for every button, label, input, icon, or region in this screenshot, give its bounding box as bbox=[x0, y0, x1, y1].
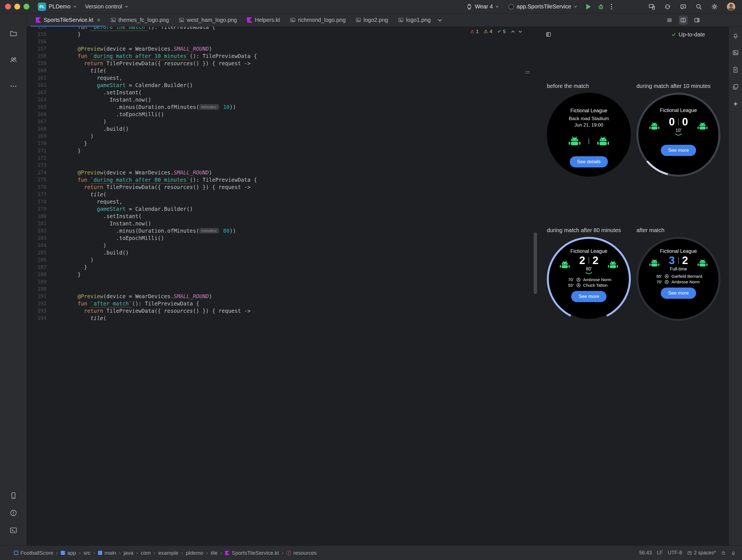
problems-tool-button[interactable] bbox=[7, 507, 19, 519]
breadcrumb-item[interactable]: java bbox=[123, 550, 133, 556]
code-text bbox=[47, 278, 77, 285]
code-line: 185 .build() bbox=[27, 249, 538, 256]
project-selector[interactable]: PL PLDemo bbox=[38, 3, 77, 11]
readonly-toggle[interactable] bbox=[721, 551, 726, 555]
tile-preview: during match after 10 minutesFictional L… bbox=[636, 83, 721, 177]
see-details-button[interactable]: See details bbox=[570, 156, 608, 167]
debug-button[interactable] bbox=[597, 3, 604, 10]
warning-count[interactable]: ⚠4 bbox=[484, 29, 492, 35]
error-count[interactable]: ⚠1 bbox=[470, 29, 479, 35]
line-number: 172 bbox=[27, 154, 47, 162]
tile-league: Fictional League bbox=[570, 108, 607, 114]
ai-assistant-button[interactable] bbox=[680, 3, 687, 10]
breadcrumb-item[interactable]: com bbox=[141, 550, 151, 556]
score-numbers: 00 bbox=[669, 116, 688, 128]
android-icon bbox=[559, 260, 571, 270]
tab-Helpers.kt[interactable]: Helpers.kt bbox=[242, 13, 285, 27]
breadcrumb-item[interactable]: fresources bbox=[286, 550, 317, 556]
see-more-button[interactable]: See more bbox=[571, 291, 606, 302]
vcs-selector[interactable]: Version control bbox=[85, 3, 128, 10]
layout-inspector-button[interactable] bbox=[730, 64, 741, 75]
device-selector[interactable]: Wear 4 bbox=[466, 3, 499, 10]
goal-scorer: Ambrose Norm bbox=[583, 277, 612, 282]
prev-inspection-button[interactable] bbox=[511, 30, 515, 34]
editor-list-button[interactable] bbox=[667, 17, 673, 23]
code-text bbox=[47, 154, 77, 162]
code-text: } bbox=[47, 147, 81, 154]
tab-themes_fc_logo.png[interactable]: themes_fc_logo.png bbox=[106, 13, 174, 27]
line-number: 176 bbox=[27, 184, 47, 191]
vcs-label: Version control bbox=[85, 3, 122, 10]
editor-layout-button[interactable] bbox=[694, 17, 700, 23]
status-notifications-button[interactable] bbox=[731, 551, 736, 556]
line-number: 187 bbox=[27, 263, 47, 271]
breadcrumb-label: resources bbox=[294, 550, 317, 556]
breadcrumb-item[interactable]: SportsTileService.kt bbox=[225, 550, 279, 556]
code-line: 181 Instant.now() bbox=[27, 220, 538, 227]
collaboration-tool-button[interactable] bbox=[7, 54, 19, 66]
breadcrumb-item[interactable]: pldemo bbox=[186, 550, 203, 556]
preview-layout-button[interactable] bbox=[546, 32, 551, 37]
breadcrumb-item[interactable]: src bbox=[84, 550, 91, 556]
code-text: .toEpochMilli() bbox=[47, 234, 164, 242]
zoom-window-button[interactable] bbox=[23, 4, 30, 9]
floating-toolbar-handle[interactable] bbox=[525, 71, 530, 73]
close-tab-icon[interactable]: × bbox=[97, 17, 101, 23]
gear-icon bbox=[711, 3, 718, 10]
line-separator[interactable]: LF bbox=[657, 550, 663, 556]
device-mirroring-button[interactable] bbox=[648, 3, 655, 10]
tab-richmond_logo.png[interactable]: richmond_logo.png bbox=[285, 13, 351, 27]
settings-button[interactable] bbox=[711, 3, 718, 10]
app-insights-button[interactable] bbox=[730, 82, 741, 92]
minimize-window-button[interactable] bbox=[14, 4, 20, 9]
code-text: fun `before the match`(): TilePreviewDat… bbox=[47, 27, 215, 31]
kotlin-file-icon bbox=[225, 551, 229, 555]
indent-style-button[interactable]: 2 spaces* bbox=[687, 550, 716, 556]
see-more-button[interactable]: See more bbox=[661, 288, 696, 299]
android-icon bbox=[648, 121, 660, 131]
caret-position[interactable]: 56:43 bbox=[639, 550, 652, 556]
breadcrumb-item[interactable]: FootballScore bbox=[14, 550, 53, 556]
passed-count[interactable]: ✔5 bbox=[497, 29, 506, 35]
device-manager-tool-button[interactable] bbox=[7, 490, 19, 502]
score-row: 0010' bbox=[648, 116, 709, 136]
breadcrumb-label: src bbox=[84, 550, 91, 556]
score-away: 2 bbox=[592, 255, 598, 266]
image-file-icon bbox=[111, 17, 116, 23]
code-editor[interactable]: 154fun `before the match`(): TilePreview… bbox=[27, 27, 538, 546]
close-window-button[interactable] bbox=[5, 4, 11, 9]
sync-project-button[interactable] bbox=[664, 3, 671, 10]
resource-manager-button[interactable] bbox=[730, 47, 741, 58]
notifications-button[interactable] bbox=[730, 30, 741, 41]
breadcrumb-item[interactable]: main bbox=[98, 550, 116, 556]
run-configuration-selector[interactable]: app.SportsTileService bbox=[509, 3, 577, 10]
run-button[interactable] bbox=[586, 4, 591, 9]
tab-logo1.png[interactable]: logo1.png bbox=[393, 13, 436, 27]
editor-scrollbar[interactable] bbox=[534, 233, 537, 294]
tab-logo2.png[interactable]: logo2.png bbox=[351, 13, 393, 27]
next-inspection-button[interactable] bbox=[518, 30, 523, 34]
user-avatar[interactable] bbox=[727, 3, 735, 11]
tab-SportsTileService.kt[interactable]: SportsTileService.kt× bbox=[31, 13, 106, 27]
breadcrumb-item[interactable]: app bbox=[61, 550, 76, 556]
line-number: 168 bbox=[27, 125, 47, 133]
search-button[interactable] bbox=[695, 3, 702, 10]
code-line: 159 return TilePreviewData({ resources()… bbox=[27, 60, 538, 67]
team-divider bbox=[589, 139, 589, 144]
see-more-button[interactable]: See more bbox=[661, 145, 696, 156]
split-editor-button[interactable] bbox=[679, 16, 688, 24]
tab-west_ham_logo.png[interactable]: west_ham_logo.png bbox=[174, 13, 242, 27]
breadcrumb-label: FootballScore bbox=[20, 550, 53, 556]
more-actions-button[interactable] bbox=[611, 4, 612, 9]
kotlin-file-icon bbox=[36, 17, 41, 23]
more-tool-windows-button[interactable] bbox=[7, 80, 19, 92]
project-tool-button[interactable] bbox=[7, 28, 19, 40]
file-encoding[interactable]: UTF-8 bbox=[668, 550, 682, 556]
hidden-tabs-chevron[interactable] bbox=[437, 13, 442, 27]
gemini-button[interactable] bbox=[730, 99, 741, 109]
breadcrumb-item[interactable]: example bbox=[158, 550, 178, 556]
terminal-tool-button[interactable] bbox=[7, 524, 19, 537]
football-icon bbox=[665, 274, 669, 278]
module-icon bbox=[61, 551, 65, 555]
breadcrumb-item[interactable]: tile bbox=[211, 550, 218, 556]
